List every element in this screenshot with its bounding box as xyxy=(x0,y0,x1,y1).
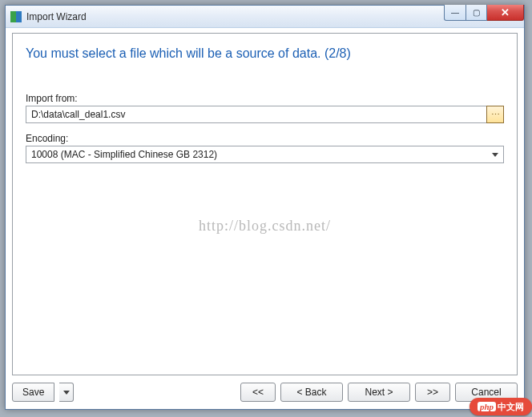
window-title: Import Wizard xyxy=(26,11,87,22)
back-button[interactable]: < Back xyxy=(280,383,343,402)
encoding-combobox[interactable]: 10008 (MAC - Simplified Chinese GB 2312) xyxy=(26,146,504,163)
browse-button[interactable]: ⋯ xyxy=(486,106,504,123)
import-from-row: ⋯ xyxy=(26,106,504,123)
svg-rect-0 xyxy=(10,11,16,22)
window-buttons: — ▢ ✕ xyxy=(444,5,524,21)
cancel-button[interactable]: Cancel xyxy=(455,383,518,402)
step-headline: You must select a file which will be a s… xyxy=(26,46,504,61)
encoding-label: Encoding: xyxy=(26,133,504,144)
first-button[interactable]: << xyxy=(240,383,276,402)
ellipsis-icon: ⋯ xyxy=(491,110,500,120)
import-from-input[interactable] xyxy=(26,106,486,123)
maximize-button[interactable]: ▢ xyxy=(466,5,487,21)
close-button[interactable]: ✕ xyxy=(487,5,524,21)
footer-bar: Save << < Back Next > >> Cancel xyxy=(12,380,518,404)
import-from-label: Import from: xyxy=(26,93,504,104)
nav-buttons: << < Back Next > >> Cancel xyxy=(240,383,518,402)
save-dropdown-button[interactable] xyxy=(59,383,74,402)
titlebar[interactable]: Import Wizard — ▢ ✕ xyxy=(6,6,524,28)
last-button[interactable]: >> xyxy=(415,383,450,402)
app-icon xyxy=(10,11,22,22)
import-wizard-window: Import Wizard — ▢ ✕ You must select a fi… xyxy=(5,5,525,410)
chevron-down-icon xyxy=(492,153,498,157)
next-button[interactable]: Next > xyxy=(348,383,410,402)
svg-rect-1 xyxy=(16,11,22,22)
client-area: You must select a file which will be a s… xyxy=(12,33,518,375)
save-button[interactable]: Save xyxy=(12,383,54,402)
encoding-value: 10008 (MAC - Simplified Chinese GB 2312) xyxy=(31,149,217,160)
minimize-button[interactable]: — xyxy=(444,5,466,21)
watermark-text: http://blog.csdn.net/ xyxy=(13,218,517,235)
save-split-button: Save xyxy=(12,383,74,402)
